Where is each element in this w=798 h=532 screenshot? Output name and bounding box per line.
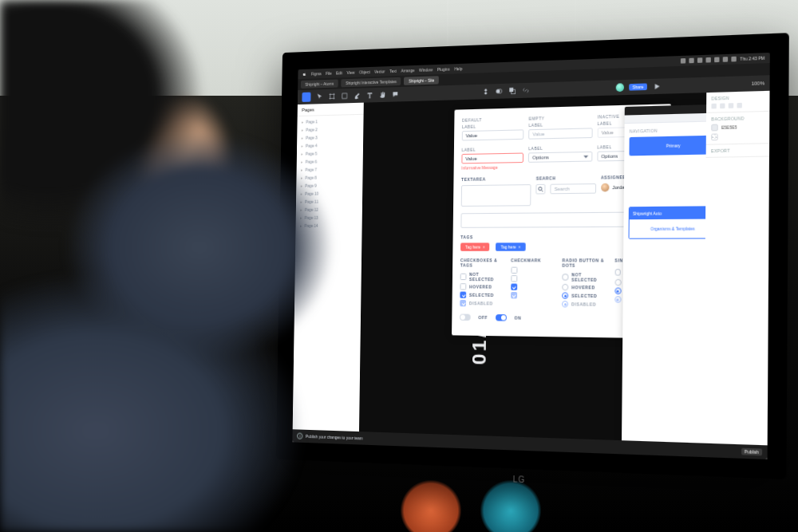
mac-menu-edit[interactable]: Edit bbox=[336, 70, 342, 75]
browser-window[interactable]: Navigation Primary Shipwright Auto Organ… bbox=[622, 104, 707, 457]
primary-button[interactable]: Primary bbox=[629, 136, 706, 156]
checkbox-disabled bbox=[511, 292, 517, 298]
tray-icon[interactable] bbox=[723, 57, 728, 62]
hand-tool-icon[interactable] bbox=[378, 90, 387, 100]
radio[interactable] bbox=[562, 274, 568, 280]
mac-menu-help[interactable]: Help bbox=[454, 66, 462, 72]
input-error[interactable]: Value bbox=[461, 153, 523, 164]
toolbar-center bbox=[481, 85, 531, 97]
bg-hex[interactable]: E5E5E5 bbox=[721, 124, 737, 130]
text-tool-icon[interactable] bbox=[365, 90, 374, 100]
tag-chip[interactable]: Tag here× bbox=[496, 242, 525, 250]
align-icon[interactable] bbox=[729, 103, 733, 108]
checkbox[interactable] bbox=[511, 267, 517, 274]
align-icon[interactable] bbox=[711, 104, 716, 109]
checkbox-checked[interactable] bbox=[511, 284, 517, 290]
col-label: DEFAULT bbox=[462, 116, 524, 123]
figma-tab[interactable]: Shipright Interactive Templates bbox=[341, 77, 401, 88]
dropdown[interactable]: Options bbox=[528, 152, 592, 163]
browser-body: Navigation Primary Shipwright Auto Organ… bbox=[623, 121, 706, 244]
share-button[interactable]: Share bbox=[629, 83, 646, 90]
mac-menu-arrange[interactable]: Arrange bbox=[401, 68, 414, 73]
section-title: SEARCH bbox=[536, 175, 596, 180]
mask-icon[interactable] bbox=[494, 86, 504, 97]
checkbox-checked[interactable] bbox=[460, 292, 466, 298]
search-icon[interactable] bbox=[536, 184, 546, 195]
link-icon[interactable] bbox=[521, 85, 531, 96]
tray-icon[interactable] bbox=[681, 58, 685, 64]
input-empty[interactable]: Value bbox=[528, 128, 592, 139]
bg-swatch-icon[interactable] bbox=[711, 124, 718, 132]
toggle-off[interactable] bbox=[460, 314, 471, 321]
textarea[interactable] bbox=[461, 184, 531, 207]
section-title: CHECKBOXES & TAGS bbox=[460, 258, 504, 268]
boolean-icon[interactable] bbox=[508, 85, 517, 96]
presence-avatar-icon[interactable] bbox=[616, 83, 624, 92]
rectangle-tool-icon[interactable] bbox=[340, 91, 349, 100]
radio[interactable] bbox=[562, 284, 568, 290]
comment-tool-icon[interactable] bbox=[391, 89, 400, 100]
state-label: DISABLED bbox=[571, 301, 596, 307]
tag-remove-icon[interactable]: × bbox=[519, 244, 521, 249]
radio-selected[interactable] bbox=[562, 292, 568, 299]
checkbox[interactable] bbox=[460, 274, 467, 280]
tray-icon[interactable] bbox=[689, 58, 694, 64]
state-label: NOT SELECTED bbox=[469, 272, 504, 282]
pen-tool-icon[interactable] bbox=[353, 91, 361, 100]
tag-label: Tag here bbox=[500, 244, 516, 249]
component-icon[interactable] bbox=[481, 87, 491, 97]
page-item[interactable]: Page 14 bbox=[295, 221, 361, 230]
search-input[interactable]: Search bbox=[551, 183, 596, 194]
avatar-icon bbox=[601, 183, 609, 192]
input-default[interactable]: Value bbox=[462, 129, 524, 140]
tag-remove-icon[interactable]: × bbox=[483, 244, 485, 249]
rp-title: Design bbox=[712, 94, 764, 100]
figma-tab[interactable]: Shipright – Atoms bbox=[301, 79, 338, 89]
radio-disabled bbox=[562, 301, 568, 308]
checkbox[interactable] bbox=[511, 275, 517, 282]
checkbox[interactable] bbox=[460, 283, 466, 290]
svg-rect-0 bbox=[342, 93, 347, 98]
dot-selected bbox=[614, 287, 621, 294]
publish-info: i Publish your changes to your team bbox=[297, 432, 363, 441]
apple-menu-icon[interactable] bbox=[302, 72, 307, 77]
page-item[interactable]: Page 12 bbox=[296, 205, 362, 214]
move-tool-icon[interactable] bbox=[315, 92, 324, 101]
state-label: HOVERED bbox=[571, 285, 595, 290]
toggle-on[interactable] bbox=[496, 314, 507, 321]
canvas[interactable]: 01/MOLECULES DEFAULT LABEL Value bbox=[359, 93, 706, 457]
figma-logo-icon[interactable] bbox=[302, 93, 310, 102]
checkmark-states: CHECKMARK bbox=[510, 258, 555, 308]
align-icon[interactable] bbox=[737, 103, 741, 108]
pages-list[interactable]: Page 1 Page 2 Page 3 Page 4 Page 5 Page … bbox=[295, 115, 363, 231]
publish-button[interactable]: Publish bbox=[741, 448, 763, 456]
right-panel[interactable]: Design Background E5E5E5 bbox=[704, 91, 770, 459]
left-panel[interactable]: Pages Page 1 Page 2 Page 3 Page 4 Page 5… bbox=[292, 103, 363, 445]
align-icon[interactable] bbox=[720, 103, 725, 108]
present-icon[interactable] bbox=[652, 81, 662, 92]
outline-card[interactable]: Shipwright Auto Organisms & Templates bbox=[629, 206, 707, 238]
field-label: LABEL bbox=[529, 121, 593, 128]
mac-menu-vector[interactable]: Vector bbox=[374, 69, 385, 74]
mac-menu-plugins[interactable]: Plugins bbox=[437, 66, 450, 72]
figma-tab-active[interactable]: Shipright – Site bbox=[404, 76, 439, 85]
tray-icon[interactable] bbox=[697, 57, 702, 63]
mac-app-label[interactable]: Figma bbox=[311, 71, 322, 76]
monitor-bezel: Figma File Edit View Object Vector Text … bbox=[276, 33, 789, 479]
checkbox-disabled bbox=[460, 300, 466, 306]
mac-menu-file[interactable]: File bbox=[326, 71, 332, 76]
mac-menu-text[interactable]: Text bbox=[389, 69, 397, 73]
tray-icon[interactable] bbox=[732, 57, 737, 62]
tag-chip[interactable]: Tag here× bbox=[460, 242, 490, 250]
mac-menu-object[interactable]: Object bbox=[359, 69, 370, 75]
alpha-swatch-icon[interactable] bbox=[711, 133, 718, 140]
toolbar-left bbox=[315, 89, 400, 101]
page-item[interactable]: Page 13 bbox=[296, 213, 362, 222]
tray-icon[interactable] bbox=[714, 57, 719, 62]
mac-menu-view[interactable]: View bbox=[347, 70, 355, 75]
tray-icon[interactable] bbox=[706, 57, 711, 63]
zoom-level[interactable]: 100% bbox=[751, 81, 764, 86]
state-label: NOT SELECTED bbox=[571, 272, 608, 282]
frame-tool-icon[interactable] bbox=[327, 92, 336, 101]
mac-menu-window[interactable]: Window bbox=[419, 67, 433, 73]
